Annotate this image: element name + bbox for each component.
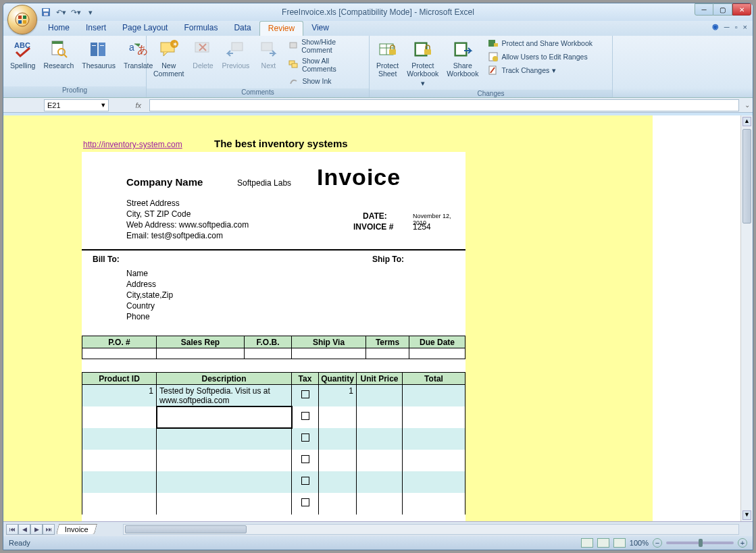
tax-checkbox[interactable] — [301, 390, 309, 398]
cell-description[interactable]: Tested by Softpedia. Visit us at www.sof… — [157, 385, 292, 407]
svg-text:a: a — [129, 42, 134, 53]
namebox-dropdown-icon[interactable]: ▾ — [101, 101, 105, 109]
table-row[interactable] — [82, 450, 465, 471]
protect-workbook-button[interactable]: Protect Workbook ▾ — [403, 37, 443, 88]
quick-access-toolbar: ↶▾ ↷▾ ▾ — [40, 6, 97, 18]
tax-checkbox[interactable] — [301, 498, 309, 506]
sheet-nav-prev-icon[interactable]: ◀ — [18, 524, 30, 535]
spelling-button[interactable]: ABC Spelling — [6, 37, 39, 71]
zoom-level[interactable]: 100% — [630, 539, 649, 547]
zoom-slider-thumb[interactable] — [699, 539, 703, 547]
previous-icon — [225, 38, 247, 60]
svg-rect-23 — [232, 43, 243, 51]
th-productid: Product ID — [82, 373, 157, 385]
tax-checkbox[interactable] — [301, 433, 309, 442]
hscroll-thumb[interactable] — [125, 525, 247, 533]
share-workbook-button[interactable]: Share Workbook — [443, 37, 482, 79]
cell-productid[interactable]: 1 — [82, 385, 157, 407]
zoom-out-icon[interactable]: − — [653, 538, 662, 548]
horizontal-scrollbar[interactable] — [123, 524, 739, 535]
th-total: Total — [403, 373, 465, 385]
zoom-slider[interactable] — [666, 542, 734, 544]
tab-insert[interactable]: Insert — [78, 21, 114, 36]
sheet-nav-first-icon[interactable]: ⏮ — [6, 524, 18, 535]
formula-input[interactable] — [149, 99, 739, 111]
show-all-comments-button[interactable]: Show All Comments — [286, 56, 366, 74]
formula-expand-icon[interactable]: ⌄ — [742, 101, 753, 109]
sheet-nav-last-icon[interactable]: ⏭ — [43, 524, 55, 535]
research-button[interactable]: Research — [39, 37, 78, 71]
new-comment-button[interactable]: ✶ New Comment — [149, 37, 188, 79]
tax-checkbox[interactable] — [301, 412, 309, 420]
tab-review[interactable]: Review — [259, 21, 303, 36]
svg-rect-34 — [424, 49, 431, 55]
banner-link[interactable]: http://inventory-system.com — [83, 140, 182, 149]
order-info-table[interactable]: P.O. # Sales Rep F.O.B. Ship Via Terms D… — [82, 336, 465, 359]
doc-close-icon[interactable]: × — [743, 23, 747, 31]
undo-icon[interactable]: ↶▾ — [55, 6, 67, 18]
tab-home[interactable]: Home — [40, 21, 78, 36]
svg-rect-38 — [494, 43, 498, 47]
worksheet[interactable]: http://inventory-system.com The best inv… — [3, 115, 740, 521]
svg-rect-25 — [290, 43, 297, 48]
ribbon-minimize-icon[interactable]: ─ — [724, 23, 730, 31]
tax-checkbox[interactable] — [301, 455, 309, 463]
thesaurus-button[interactable]: Thesaurus — [78, 37, 120, 71]
allow-users-edit-button[interactable]: Allow Users to Edit Ranges — [485, 51, 595, 63]
protect-sheet-button[interactable]: Protect Sheet — [372, 37, 403, 79]
selected-cell[interactable] — [157, 406, 292, 428]
redo-icon[interactable]: ↷▾ — [70, 6, 82, 18]
tab-page-layout[interactable]: Page Layout — [114, 21, 176, 36]
worksheet-area: http://inventory-system.com The best inv… — [3, 115, 753, 521]
maximize-button[interactable]: ▢ — [713, 3, 732, 16]
invoice-number-label: INVOICE # — [353, 222, 393, 232]
doc-restore-icon[interactable]: ▫ — [735, 23, 738, 31]
vertical-scrollbar[interactable]: ▲ ▼ — [740, 115, 753, 521]
save-icon[interactable] — [40, 6, 52, 18]
track-changes-button[interactable]: Track Changes ▾ — [485, 64, 595, 76]
sheet-nav-next-icon[interactable]: ▶ — [30, 524, 43, 535]
tab-formulas[interactable]: Formulas — [176, 21, 226, 36]
table-row[interactable] — [82, 348, 465, 359]
sheet-tab-invoice[interactable]: Invoice — [56, 524, 97, 534]
fx-icon[interactable]: fx — [135, 101, 141, 109]
table-row[interactable]: 1 Tested by Softpedia. Visit us at www.s… — [82, 385, 465, 407]
protect-share-workbook-button[interactable]: Protect and Share Workbook — [485, 37, 595, 49]
svg-rect-2 — [23, 16, 26, 19]
office-button[interactable] — [7, 5, 37, 34]
svg-text:ABC: ABC — [14, 41, 30, 49]
line-items-table[interactable]: Product ID Description Tax Quantity Unit… — [82, 372, 465, 515]
name-box[interactable]: E21▾ — [44, 99, 109, 111]
translate-icon: aあ — [128, 38, 149, 60]
table-row[interactable] — [82, 493, 465, 515]
qat-customize-icon[interactable]: ▾ — [84, 6, 97, 18]
tab-data[interactable]: Data — [226, 21, 259, 36]
close-button[interactable]: ✕ — [732, 3, 751, 16]
minimize-button[interactable]: ─ — [695, 3, 713, 16]
delete-comment-button: Delete — [188, 37, 218, 71]
help-icon[interactable]: ◉ — [712, 22, 719, 31]
svg-rect-6 — [43, 9, 49, 11]
company-address: Street Address City, ST ZIP Code Web Add… — [126, 198, 249, 241]
svg-rect-31 — [389, 49, 396, 55]
scroll-up-icon[interactable]: ▲ — [742, 117, 751, 126]
th-quantity: Quantity — [319, 373, 357, 385]
status-bar: Ready 100% − + — [3, 536, 753, 550]
document-background: http://inventory-system.com The best inv… — [3, 115, 740, 521]
scroll-down-icon[interactable]: ▼ — [742, 510, 751, 520]
table-row[interactable] — [82, 428, 465, 450]
tab-view[interactable]: View — [303, 21, 337, 36]
cell-quantity[interactable]: 1 — [319, 385, 357, 407]
ribbon-tabs: Home Insert Page Layout Formulas Data Re… — [3, 21, 753, 36]
view-normal-icon[interactable] — [581, 538, 593, 548]
status-text: Ready — [9, 539, 30, 547]
view-pagebreak-icon[interactable] — [613, 538, 626, 548]
table-row[interactable] — [82, 406, 465, 428]
table-row[interactable] — [82, 471, 465, 493]
scroll-thumb[interactable] — [742, 129, 751, 223]
view-layout-icon[interactable] — [597, 538, 609, 548]
tax-checkbox[interactable] — [301, 477, 309, 485]
divider-line — [82, 249, 465, 251]
th-salesrep: Sales Rep — [157, 336, 245, 348]
zoom-in-icon[interactable]: + — [738, 538, 747, 548]
